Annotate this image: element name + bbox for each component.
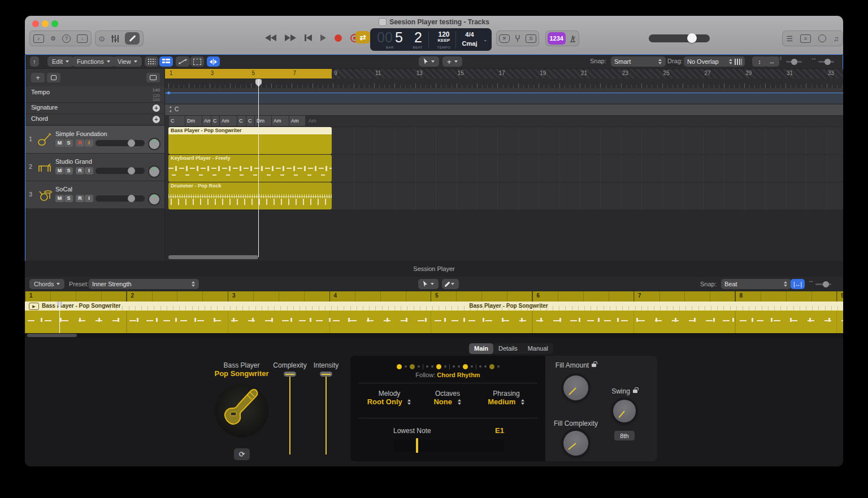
volume-slider[interactable] xyxy=(96,140,145,146)
record-enable-button[interactable]: R xyxy=(76,195,84,202)
ruler-tick-band[interactable] xyxy=(165,78,843,88)
volume-thumb[interactable] xyxy=(128,167,135,174)
chord-segment[interactable]: Am xyxy=(289,116,305,126)
functions-menu[interactable]: Functions xyxy=(72,56,115,67)
mute-button[interactable]: M xyxy=(55,139,64,147)
go-to-beginning-button[interactable] xyxy=(305,34,312,41)
phrasing-value[interactable]: Medium xyxy=(475,397,537,406)
track-lane-3[interactable]: Drummer - Pop Rock xyxy=(165,182,843,210)
track-header-1[interactable]: 1 Simple Foundation M S R I xyxy=(25,126,164,154)
editor-pencil-tool-menu[interactable] xyxy=(442,279,459,289)
bar-ruler[interactable]: 13579111315171921232527293133 xyxy=(165,69,843,78)
solo-button[interactable]: S xyxy=(64,195,73,202)
solo-status-icon[interactable]: S xyxy=(526,34,536,43)
lowest-note-tick[interactable] xyxy=(416,438,418,453)
editor-snap-dropdown[interactable]: Beat xyxy=(721,279,791,289)
track-header-2[interactable]: 2 Studio Grand M S R I xyxy=(25,154,164,181)
editor-pointer-tool-menu[interactable] xyxy=(418,279,439,289)
signature-add-button[interactable]: + xyxy=(153,104,160,112)
lcd-chevron-down-icon[interactable]: ⌄ xyxy=(483,37,488,42)
controls-dial-icon[interactable]: ⊙ xyxy=(99,35,105,42)
track-lane-1[interactable]: Bass Player - Pop Songwriter xyxy=(165,127,843,155)
metronome-icon[interactable] xyxy=(568,34,577,43)
track-lane-2[interactable]: Keyboard Player - Freely xyxy=(165,155,843,182)
loop-browser-icon[interactable] xyxy=(818,34,826,42)
region-play-chip[interactable]: ▶ xyxy=(29,303,39,310)
grid-view-button[interactable] xyxy=(145,56,158,67)
count-in-button[interactable]: 1234 xyxy=(548,32,566,45)
melody-value[interactable]: Root Only xyxy=(358,397,420,406)
chord-segment[interactable]: C xyxy=(237,116,246,126)
automation-button[interactable] xyxy=(176,56,190,67)
swing-knob[interactable] xyxy=(613,400,636,422)
quick-settings-icon[interactable]: ⚙ xyxy=(50,36,56,42)
region-bass[interactable]: Bass Player - Pop Songwriter xyxy=(168,127,332,154)
follow-row[interactable]: Follow: Chord Rhythm xyxy=(350,372,545,378)
chord-segment[interactable]: Dm xyxy=(185,116,202,126)
volume-slider[interactable] xyxy=(96,195,145,202)
horizontal-auto-zoom-button[interactable]: ↔ xyxy=(765,56,779,67)
chord-add-button[interactable]: + xyxy=(153,116,160,123)
marquee-tool-button[interactable] xyxy=(190,56,204,67)
snap-dropdown[interactable]: Smart xyxy=(611,56,666,67)
mixer-icon[interactable] xyxy=(111,35,119,42)
chord-segment[interactable]: C xyxy=(211,116,219,126)
chord-track-header[interactable]: Chord + xyxy=(25,114,164,125)
octaves-value[interactable]: None xyxy=(416,397,479,406)
editor-zoom-slider[interactable]: ↔ xyxy=(808,277,814,283)
vertical-zoom-slider[interactable]: ↕ xyxy=(779,55,782,61)
tempo-track-header[interactable]: Tempo 140 120 100 xyxy=(25,86,164,103)
mute-button[interactable]: M xyxy=(55,167,64,174)
record-enable-button[interactable]: R xyxy=(76,167,84,174)
input-monitor-button[interactable]: I xyxy=(85,167,93,174)
list-editors-icon[interactable]: ☰ xyxy=(786,35,793,42)
track-name[interactable]: SoCal xyxy=(55,186,72,193)
help-icon[interactable]: ? xyxy=(62,34,71,43)
track-name[interactable]: Studio Grand xyxy=(55,158,92,165)
horizontal-scrollbar[interactable] xyxy=(168,255,258,259)
track-name[interactable]: Simple Foundation xyxy=(55,130,107,137)
octaves-param[interactable]: Octaves None xyxy=(416,390,479,406)
inspector-icon[interactable]: ↓ xyxy=(77,34,88,43)
editor-ruler[interactable]: 123456789 xyxy=(25,291,843,302)
volume-thumb[interactable] xyxy=(128,195,135,202)
volume-thumb[interactable] xyxy=(128,139,135,147)
fill-complexity-knob[interactable] xyxy=(563,431,588,456)
tab-main[interactable]: Main xyxy=(469,343,493,354)
pan-knob[interactable] xyxy=(148,165,160,178)
waveform-zoom-button[interactable] xyxy=(732,56,745,67)
chord-segment[interactable]: Dm xyxy=(254,116,271,126)
duplicate-track-button[interactable] xyxy=(47,73,60,82)
tuner-icon[interactable] xyxy=(514,34,521,42)
region-keyboard[interactable]: Keyboard Player - Freely xyxy=(168,155,332,182)
lcd-display[interactable]: 00 5 BAR 2 BEAT 120 KEEP TEMPO 4/4 Cmaj … xyxy=(370,28,492,51)
pan-knob[interactable] xyxy=(148,193,160,206)
signature-lane[interactable]: 44 C xyxy=(165,104,843,116)
melody-param[interactable]: Melody Root Only xyxy=(358,390,420,406)
regenerate-performance-button[interactable]: ⟳ xyxy=(234,448,250,460)
swing-rate-button[interactable]: 8th xyxy=(614,431,635,440)
tracks-view-button[interactable] xyxy=(159,56,173,67)
master-volume-slider[interactable] xyxy=(649,34,710,42)
solo-button[interactable]: S xyxy=(64,167,73,174)
editor-region-strip[interactable]: ▶ Bass Player - Pop Songwriter Bass Play… xyxy=(25,302,843,311)
swing-lock-icon[interactable] xyxy=(633,390,637,393)
chord-segment[interactable]: Am xyxy=(271,116,289,126)
mute-button[interactable]: M xyxy=(55,195,64,202)
tab-manual[interactable]: Manual xyxy=(523,343,553,354)
chord-segment[interactable]: Am xyxy=(219,116,237,126)
track-header-panel-button[interactable] xyxy=(146,73,160,82)
chord-lane[interactable]: Am CDmAmCAmCCDmAmAm xyxy=(165,116,843,127)
editor-scrollbar-thumb[interactable] xyxy=(27,334,77,337)
fill-amount-lock-icon[interactable] xyxy=(592,364,596,367)
tempo-point[interactable] xyxy=(167,91,170,94)
solo-button[interactable]: S xyxy=(64,139,73,147)
complexity-slider-handle[interactable] xyxy=(284,372,296,377)
chord-segment[interactable]: Am xyxy=(202,116,211,126)
record-enable-button[interactable]: R xyxy=(76,139,84,147)
master-volume-thumb[interactable] xyxy=(687,33,697,43)
editor-region-body[interactable] xyxy=(25,311,843,333)
catch-playhead-button[interactable] xyxy=(207,56,220,67)
chord-segment[interactable]: C xyxy=(246,116,254,126)
pencil-tool-button[interactable] xyxy=(125,32,140,45)
